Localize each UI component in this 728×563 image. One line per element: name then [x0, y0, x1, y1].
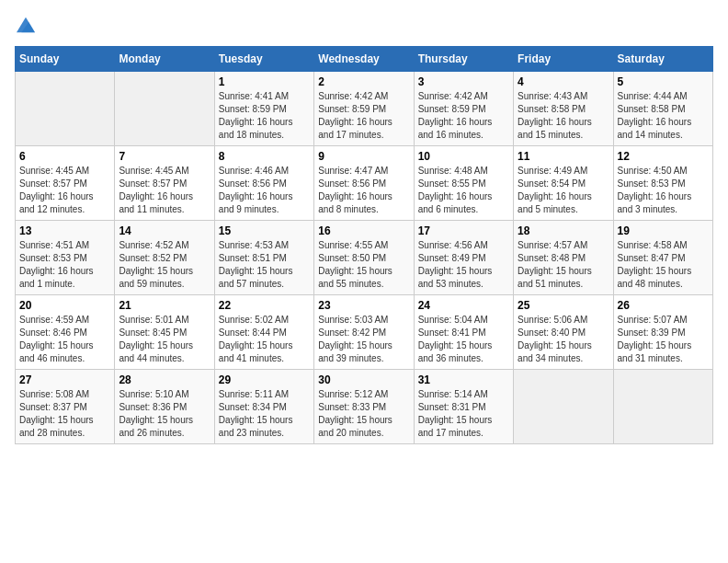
- day-number: 12: [618, 150, 709, 163]
- calendar-cell: 3Sunrise: 4:42 AMSunset: 8:59 PMDaylight…: [414, 71, 513, 145]
- calendar-cell: 4Sunrise: 4:43 AMSunset: 8:58 PMDaylight…: [514, 71, 613, 145]
- day-of-week-header: Friday: [514, 46, 613, 71]
- day-info: Sunrise: 4:44 AMSunset: 8:58 PMDaylight:…: [618, 90, 709, 142]
- day-of-week-header: Saturday: [613, 46, 712, 71]
- calendar-cell: 1Sunrise: 4:41 AMSunset: 8:59 PMDaylight…: [214, 71, 313, 145]
- day-number: 30: [318, 373, 409, 386]
- day-number: 9: [318, 150, 409, 163]
- logo: [15, 15, 35, 35]
- calendar-cell: 27Sunrise: 5:08 AMSunset: 8:37 PMDayligh…: [16, 369, 115, 443]
- day-number: 11: [518, 150, 609, 163]
- day-number: 27: [19, 373, 110, 386]
- day-of-week-header: Sunday: [16, 46, 115, 71]
- calendar-cell: 15Sunrise: 4:53 AMSunset: 8:51 PMDayligh…: [214, 220, 313, 294]
- calendar-cell: 14Sunrise: 4:52 AMSunset: 8:52 PMDayligh…: [115, 220, 214, 294]
- day-info: Sunrise: 4:53 AMSunset: 8:51 PMDaylight:…: [219, 239, 310, 291]
- day-info: Sunrise: 5:08 AMSunset: 8:37 PMDaylight:…: [19, 388, 110, 440]
- day-of-week-header: Monday: [115, 46, 214, 71]
- day-of-week-header: Wednesday: [314, 46, 414, 71]
- day-info: Sunrise: 4:59 AMSunset: 8:46 PMDaylight:…: [19, 314, 110, 365]
- day-number: 2: [318, 75, 409, 88]
- calendar-cell: 31Sunrise: 5:14 AMSunset: 8:31 PMDayligh…: [414, 369, 513, 443]
- day-info: Sunrise: 4:51 AMSunset: 8:53 PMDaylight:…: [19, 239, 110, 291]
- day-info: Sunrise: 5:03 AMSunset: 8:42 PMDaylight:…: [318, 314, 409, 365]
- calendar-cell: 29Sunrise: 5:11 AMSunset: 8:34 PMDayligh…: [214, 369, 313, 443]
- calendar-table: SundayMondayTuesdayWednesdayThursdayFrid…: [15, 46, 713, 444]
- day-number: 3: [418, 75, 509, 88]
- calendar-week-row: 1Sunrise: 4:41 AMSunset: 8:59 PMDaylight…: [16, 71, 713, 145]
- calendar-cell: 8Sunrise: 4:46 AMSunset: 8:56 PMDaylight…: [214, 145, 313, 220]
- calendar-cell: 26Sunrise: 5:07 AMSunset: 8:39 PMDayligh…: [613, 294, 712, 369]
- day-number: 22: [219, 299, 310, 312]
- day-number: 24: [418, 299, 509, 312]
- day-number: 15: [219, 224, 310, 237]
- day-number: 1: [219, 75, 310, 88]
- day-number: 16: [318, 224, 409, 237]
- calendar-cell: 19Sunrise: 4:58 AMSunset: 8:47 PMDayligh…: [613, 220, 712, 294]
- day-number: 7: [119, 150, 210, 163]
- calendar-cell: [613, 369, 712, 443]
- day-number: 29: [219, 373, 310, 386]
- calendar-header-row: SundayMondayTuesdayWednesdayThursdayFrid…: [16, 46, 713, 71]
- calendar-cell: 17Sunrise: 4:56 AMSunset: 8:49 PMDayligh…: [414, 220, 513, 294]
- day-info: Sunrise: 4:42 AMSunset: 8:59 PMDaylight:…: [418, 90, 509, 142]
- calendar-cell: 18Sunrise: 4:57 AMSunset: 8:48 PMDayligh…: [514, 220, 613, 294]
- day-info: Sunrise: 5:06 AMSunset: 8:40 PMDaylight:…: [518, 314, 609, 365]
- calendar-week-row: 27Sunrise: 5:08 AMSunset: 8:37 PMDayligh…: [16, 369, 713, 443]
- calendar-cell: 7Sunrise: 4:45 AMSunset: 8:57 PMDaylight…: [115, 145, 214, 220]
- day-of-week-header: Thursday: [414, 46, 513, 71]
- calendar-cell: 12Sunrise: 4:50 AMSunset: 8:53 PMDayligh…: [613, 145, 712, 220]
- calendar-cell: 28Sunrise: 5:10 AMSunset: 8:36 PMDayligh…: [115, 369, 214, 443]
- day-info: Sunrise: 4:48 AMSunset: 8:55 PMDaylight:…: [418, 165, 509, 216]
- calendar-cell: 13Sunrise: 4:51 AMSunset: 8:53 PMDayligh…: [16, 220, 115, 294]
- calendar-cell: 24Sunrise: 5:04 AMSunset: 8:41 PMDayligh…: [414, 294, 513, 369]
- day-number: 26: [618, 299, 709, 312]
- day-info: Sunrise: 4:41 AMSunset: 8:59 PMDaylight:…: [219, 90, 310, 142]
- calendar-cell: [514, 369, 613, 443]
- calendar-week-row: 6Sunrise: 4:45 AMSunset: 8:57 PMDaylight…: [16, 145, 713, 220]
- day-number: 4: [518, 75, 609, 88]
- day-info: Sunrise: 4:58 AMSunset: 8:47 PMDaylight:…: [618, 239, 709, 291]
- day-info: Sunrise: 5:14 AMSunset: 8:31 PMDaylight:…: [418, 388, 509, 440]
- calendar-cell: 10Sunrise: 4:48 AMSunset: 8:55 PMDayligh…: [414, 145, 513, 220]
- day-info: Sunrise: 4:45 AMSunset: 8:57 PMDaylight:…: [119, 165, 210, 216]
- calendar-cell: 11Sunrise: 4:49 AMSunset: 8:54 PMDayligh…: [514, 145, 613, 220]
- day-number: 14: [119, 224, 210, 237]
- calendar-cell: 21Sunrise: 5:01 AMSunset: 8:45 PMDayligh…: [115, 294, 214, 369]
- day-number: 18: [518, 224, 609, 237]
- day-info: Sunrise: 4:49 AMSunset: 8:54 PMDaylight:…: [518, 165, 609, 216]
- day-info: Sunrise: 4:50 AMSunset: 8:53 PMDaylight:…: [618, 165, 709, 216]
- logo-icon: [17, 16, 35, 34]
- calendar-cell: [16, 71, 115, 145]
- calendar-cell: 25Sunrise: 5:06 AMSunset: 8:40 PMDayligh…: [514, 294, 613, 369]
- calendar-cell: 30Sunrise: 5:12 AMSunset: 8:33 PMDayligh…: [314, 369, 414, 443]
- day-number: 31: [418, 373, 509, 386]
- day-number: 5: [618, 75, 709, 88]
- calendar-cell: 16Sunrise: 4:55 AMSunset: 8:50 PMDayligh…: [314, 220, 414, 294]
- calendar-cell: 20Sunrise: 4:59 AMSunset: 8:46 PMDayligh…: [16, 294, 115, 369]
- calendar-week-row: 13Sunrise: 4:51 AMSunset: 8:53 PMDayligh…: [16, 220, 713, 294]
- day-info: Sunrise: 4:46 AMSunset: 8:56 PMDaylight:…: [219, 165, 310, 216]
- day-number: 13: [19, 224, 110, 237]
- day-info: Sunrise: 4:43 AMSunset: 8:58 PMDaylight:…: [518, 90, 609, 142]
- day-info: Sunrise: 4:45 AMSunset: 8:57 PMDaylight:…: [19, 165, 110, 216]
- calendar-cell: 5Sunrise: 4:44 AMSunset: 8:58 PMDaylight…: [613, 71, 712, 145]
- day-info: Sunrise: 5:12 AMSunset: 8:33 PMDaylight:…: [318, 388, 409, 440]
- calendar-cell: [115, 71, 214, 145]
- day-number: 6: [19, 150, 110, 163]
- day-info: Sunrise: 5:04 AMSunset: 8:41 PMDaylight:…: [418, 314, 509, 365]
- calendar-week-row: 20Sunrise: 4:59 AMSunset: 8:46 PMDayligh…: [16, 294, 713, 369]
- day-number: 25: [518, 299, 609, 312]
- day-number: 20: [19, 299, 110, 312]
- day-info: Sunrise: 4:57 AMSunset: 8:48 PMDaylight:…: [518, 239, 609, 291]
- day-number: 10: [418, 150, 509, 163]
- day-info: Sunrise: 5:07 AMSunset: 8:39 PMDaylight:…: [618, 314, 709, 365]
- day-info: Sunrise: 5:02 AMSunset: 8:44 PMDaylight:…: [219, 314, 310, 365]
- calendar-cell: 9Sunrise: 4:47 AMSunset: 8:56 PMDaylight…: [314, 145, 414, 220]
- day-number: 21: [119, 299, 210, 312]
- page-header: [15, 15, 713, 35]
- day-info: Sunrise: 5:11 AMSunset: 8:34 PMDaylight:…: [219, 388, 310, 440]
- day-info: Sunrise: 5:01 AMSunset: 8:45 PMDaylight:…: [119, 314, 210, 365]
- day-info: Sunrise: 4:47 AMSunset: 8:56 PMDaylight:…: [318, 165, 409, 216]
- calendar-cell: 23Sunrise: 5:03 AMSunset: 8:42 PMDayligh…: [314, 294, 414, 369]
